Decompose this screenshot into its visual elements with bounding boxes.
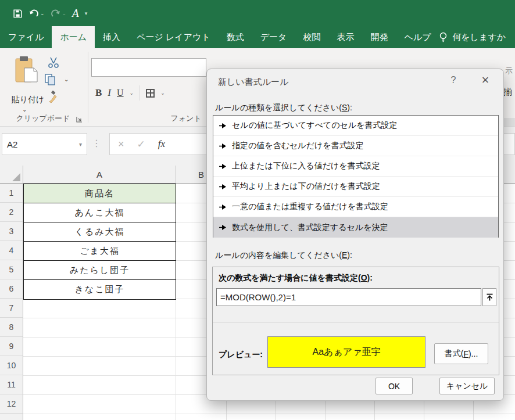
tab-home[interactable]: ホーム <box>52 26 95 48</box>
copy-dropdown-icon[interactable]: ⌄ <box>64 76 69 82</box>
rule-type-option-5[interactable]: 一意の値または重複する値だけを書式設定 <box>213 197 498 217</box>
cut-icon[interactable] <box>47 56 60 72</box>
list-arrow-icon <box>219 225 227 230</box>
rule-type-option-2[interactable]: 指定の値を含むセルだけを書式設定 <box>213 136 498 156</box>
formula-bar-handle[interactable]: ⋮ <box>92 138 101 149</box>
lightbulb-icon <box>439 32 447 42</box>
title-bar: ⌄ ⌄ A ▾ ファイル ホーム 挿入 ページ レイアウト 数式 データ 校閲 … <box>0 0 515 48</box>
rule-edit-label: ルールの内容を編集してください(E): <box>215 250 352 261</box>
tab-help[interactable]: ヘルプ <box>396 26 439 48</box>
cancel-entry-icon[interactable]: × <box>118 138 124 150</box>
ribbon-tab-bar: ファイル ホーム 挿入 ページ レイアウト 数式 データ 校閲 表示 開発 ヘル… <box>0 26 515 48</box>
clipboard-group-label: クリップボード <box>0 113 86 124</box>
qat-customize-icon[interactable]: ▾ <box>85 10 88 16</box>
font-name-combobox[interactable] <box>91 58 206 77</box>
formula-input[interactable] <box>216 288 481 306</box>
row-header-11[interactable]: 11 <box>0 375 23 394</box>
row-header-12[interactable]: 12 <box>0 394 23 414</box>
borders-dropdown-icon[interactable]: ⌄ <box>160 90 165 96</box>
redo-dropdown-icon[interactable]: ⌄ <box>62 10 67 16</box>
borders-button[interactable] <box>146 89 155 98</box>
new-formatting-rule-dialog: 新しい書式ルール ? × ルールの種類を選択してください(S): セルの値に基づ… <box>206 69 504 401</box>
close-icon[interactable]: × <box>477 73 494 88</box>
list-arrow-icon <box>219 204 227 210</box>
save-icon[interactable] <box>13 9 23 19</box>
tell-me-label: 何をしますか <box>452 32 506 43</box>
row-header-1[interactable]: 1 <box>0 184 23 203</box>
rule-type-option-3[interactable]: 上位または下位に入る値だけを書式設定 <box>213 156 498 177</box>
list-arrow-icon <box>219 143 227 149</box>
row-header-6[interactable]: 6 <box>0 279 23 299</box>
underline-button[interactable]: U <box>117 88 124 98</box>
cell-a3[interactable]: くるみ大福 <box>24 222 176 242</box>
dialog-launcher-icon[interactable] <box>76 115 83 125</box>
row-header-9[interactable]: 9 <box>0 337 23 356</box>
name-box[interactable]: A2 ▾ <box>2 133 87 155</box>
cell-a6[interactable]: きなこ団子 <box>24 280 176 299</box>
insert-function-icon[interactable]: fx <box>158 138 165 150</box>
cell-a2[interactable]: あんこ大福 <box>24 203 176 222</box>
tab-developer[interactable]: 開発 <box>362 26 396 48</box>
tab-insert[interactable]: 挿入 <box>95 26 128 48</box>
font-a-icon[interactable]: A <box>72 7 79 20</box>
rule-type-option-6-selected[interactable]: 数式を使用して、書式設定するセルを決定 <box>213 217 498 238</box>
format-button[interactable]: 書式(F)... <box>434 343 488 364</box>
row-header-7[interactable]: 7 <box>0 299 23 318</box>
tab-formulas[interactable]: 数式 <box>219 26 252 48</box>
row-header-13[interactable]: 13 <box>0 414 23 420</box>
row-header-3[interactable]: 3 <box>0 222 23 241</box>
help-button[interactable]: ? <box>446 75 460 85</box>
ok-button[interactable]: OK <box>375 378 413 394</box>
italic-button[interactable]: I <box>108 87 111 99</box>
format-painter-icon[interactable] <box>46 90 60 106</box>
tab-view[interactable]: 表示 <box>328 26 362 48</box>
row-header-4[interactable]: 4 <box>0 241 23 260</box>
tab-file[interactable]: ファイル <box>0 26 52 48</box>
cell-a4[interactable]: ごま大福 <box>24 242 176 261</box>
groupbox-separator <box>213 322 499 322</box>
data-range-a1-a6: 商品名 あんこ大福 くるみ大福 ごま大福 みたらし団子 きなこ団子 <box>23 184 176 300</box>
ribbon-partial-block <box>504 118 515 126</box>
formula-condition-label: 次の数式を満たす場合に値を書式設定(O): <box>219 273 373 283</box>
cell-a1[interactable]: 商品名 <box>24 184 176 203</box>
tell-me-search[interactable]: 何をしますか <box>439 26 506 48</box>
underline-dropdown-icon[interactable]: ⌄ <box>130 90 134 96</box>
paste-icon[interactable] <box>14 55 38 88</box>
column-header-a[interactable]: A <box>23 166 176 184</box>
excel-window: ⌄ ⌄ A ▾ ファイル ホーム 挿入 ページ レイアウト 数式 データ 校閲 … <box>0 0 515 420</box>
name-box-value: A2 <box>7 139 17 149</box>
paste-button[interactable]: 貼り付け <box>3 95 52 105</box>
cancel-button[interactable]: キャンセル <box>439 378 495 394</box>
tab-review[interactable]: 校閲 <box>295 26 328 48</box>
rule-type-option-1[interactable]: セルの値に基づいてすべてのセルを書式設定 <box>213 116 498 136</box>
dialog-title: 新しい書式ルール <box>218 77 288 88</box>
list-arrow-icon <box>219 184 227 189</box>
row-header-5[interactable]: 5 <box>0 260 23 279</box>
font-format-buttons: B I U ⌄ ⌄ <box>95 85 165 100</box>
undo-button[interactable]: ⌄ <box>28 9 45 18</box>
ribbon-partial-text-top: 示 <box>505 66 513 76</box>
bold-button[interactable]: B <box>95 87 102 99</box>
tab-data[interactable]: データ <box>252 26 295 48</box>
row-header-8[interactable]: 8 <box>0 318 23 337</box>
cell-a5[interactable]: みたらし団子 <box>24 261 176 280</box>
list-arrow-icon <box>219 164 227 169</box>
rule-type-option-4[interactable]: 平均より上または下の値だけを書式設定 <box>213 177 498 197</box>
row-header-2[interactable]: 2 <box>0 203 23 222</box>
redo-button[interactable]: ⌄ <box>51 9 67 18</box>
collapse-dialog-button[interactable] <box>482 288 496 306</box>
rule-type-list: セルの値に基づいてすべてのセルを書式設定 指定の値を含むセルだけを書式設定 上位… <box>213 115 499 238</box>
format-preview-box: Aaあぁアァ亜宇 <box>267 336 425 368</box>
select-all-button[interactable] <box>0 166 23 184</box>
rule-description-groupbox: 次の数式を満たす場合に値を書式設定(O): プレビュー: Aaあぁアァ亜宇 書式… <box>212 267 499 375</box>
paste-dropdown-icon[interactable]: ⌄ <box>22 106 27 113</box>
row-header-10[interactable]: 10 <box>0 356 23 375</box>
collapse-arrow-icon <box>486 293 493 301</box>
ribbon-partial-text-mid: 揃 <box>503 87 512 98</box>
confirm-entry-icon[interactable]: ✓ <box>137 138 145 150</box>
undo-dropdown-icon[interactable]: ⌄ <box>40 10 45 16</box>
copy-icon[interactable] <box>43 73 57 89</box>
tab-page-layout[interactable]: ページ レイアウト <box>128 26 219 48</box>
quick-access-toolbar: ⌄ ⌄ A ▾ <box>13 5 87 22</box>
name-box-dropdown-icon[interactable]: ▾ <box>79 141 82 148</box>
